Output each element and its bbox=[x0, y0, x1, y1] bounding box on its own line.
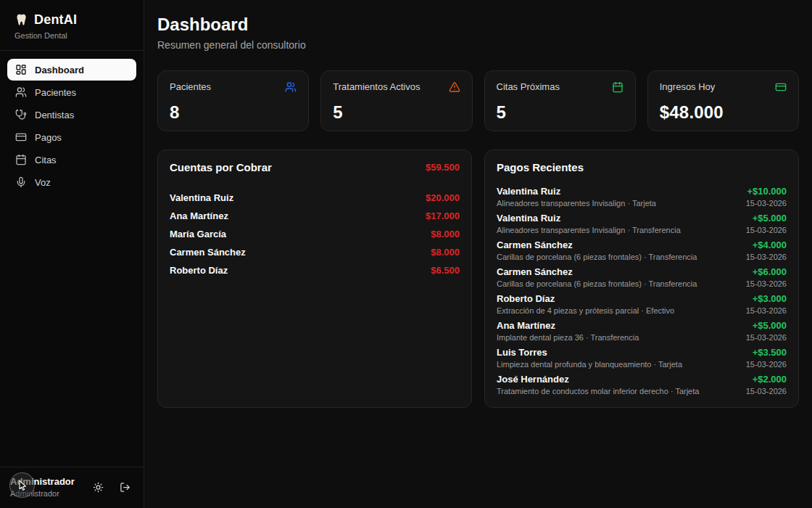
page-subtitle: Resumen general del consultorio bbox=[157, 39, 799, 51]
receivable-row[interactable]: Ana Martínez $17.000 bbox=[168, 207, 461, 225]
payment-row[interactable]: Carmen Sánchez Carillas de porcelana (6 … bbox=[495, 266, 788, 293]
payment-meta: +$5.000 15-03-2026 bbox=[746, 320, 787, 342]
calendar-icon bbox=[612, 81, 624, 93]
credit-card-icon bbox=[15, 131, 27, 143]
patient-name: José Hernández bbox=[497, 374, 699, 385]
patient-name: Carmen Sánchez bbox=[497, 266, 697, 277]
patient-name: Carmen Sánchez bbox=[170, 247, 246, 258]
payment-date: 15-03-2026 bbox=[746, 387, 787, 396]
patient-name: Luis Torres bbox=[497, 347, 682, 358]
payment-row[interactable]: Valentina Ruiz Alineadores transparentes… bbox=[495, 213, 788, 239]
alert-triangle-icon bbox=[449, 81, 460, 93]
payment-meta: +$4.000 15-03-2026 bbox=[746, 239, 787, 261]
logo-block: DentAI Gestion Dental bbox=[0, 0, 144, 51]
payment-meta: +$6.000 15-03-2026 bbox=[746, 266, 787, 288]
patient-name: Valentina Ruiz bbox=[497, 213, 681, 224]
theme-toggle-button[interactable] bbox=[90, 479, 107, 496]
payment-row[interactable]: Luis Torres Limpieza dental profunda y b… bbox=[495, 347, 788, 374]
logout-button[interactable] bbox=[117, 479, 133, 496]
payment-description: Carillas de porcelana (6 piezas frontale… bbox=[497, 279, 697, 288]
calendar-icon bbox=[15, 154, 27, 165]
logout-icon bbox=[120, 482, 130, 493]
sidebar-item-label: Citas bbox=[35, 155, 57, 165]
payment-amount: +$3.000 bbox=[746, 293, 787, 304]
payment-amount: +$6.000 bbox=[746, 266, 787, 277]
payment-description: Tratamiento de conductos molar inferior … bbox=[497, 387, 699, 396]
payments-title: Pagos Recientes bbox=[497, 161, 584, 173]
payment-info: Luis Torres Limpieza dental profunda y b… bbox=[497, 347, 682, 369]
payment-date: 15-03-2026 bbox=[746, 253, 787, 261]
owed-amount: $8.000 bbox=[431, 229, 460, 239]
stat-value: $48.000 bbox=[660, 102, 787, 123]
payment-amount: +$5.000 bbox=[746, 213, 787, 224]
sidebar-item-pagos[interactable]: Pagos bbox=[7, 126, 136, 148]
stat-label: Ingresos Hoy bbox=[660, 81, 716, 92]
receivable-row[interactable]: Valentina Ruiz $20.000 bbox=[168, 189, 461, 207]
patient-name: Roberto Díaz bbox=[170, 265, 228, 276]
payment-amount: +$10.000 bbox=[746, 186, 787, 197]
stat-card-tratamientos: Tratamientos Activos 5 bbox=[320, 70, 472, 131]
payment-row[interactable]: Valentina Ruiz Alineadores transparentes… bbox=[495, 186, 788, 213]
sidebar: DentAI Gestion Dental Dashboard Paciente… bbox=[0, 0, 144, 508]
stat-card-pacientes: Pacientes 8 bbox=[157, 70, 309, 131]
stat-card-ingresos: Ingresos Hoy $48.000 bbox=[647, 70, 799, 131]
stat-value: 8 bbox=[170, 102, 297, 123]
stat-cards: Pacientes 8 Tratamientos Activos 5 Citas… bbox=[157, 70, 799, 131]
users-icon bbox=[15, 86, 27, 98]
sidebar-footer: Administrador Administrador bbox=[0, 467, 144, 508]
payment-row[interactable]: Roberto Díaz Extracción de 4 piezas y pr… bbox=[495, 293, 788, 320]
users-icon bbox=[285, 81, 297, 93]
payment-row[interactable]: José Hernández Tratamiento de conductos … bbox=[495, 374, 788, 401]
patient-name: Carmen Sánchez bbox=[497, 239, 697, 250]
receivable-row[interactable]: Carmen Sánchez $8.000 bbox=[168, 243, 461, 261]
patient-name: Roberto Díaz bbox=[497, 293, 674, 304]
owed-amount: $17.000 bbox=[426, 210, 460, 221]
main-content: Dashboard Resumen general del consultori… bbox=[144, 0, 812, 422]
stat-label: Tratamientos Activos bbox=[333, 81, 420, 92]
app-subtitle: Gestion Dental bbox=[14, 31, 129, 40]
payment-description: Implante dental pieza 36 · Transferencia bbox=[497, 333, 639, 342]
sidebar-nav: Dashboard Pacientes Dentistas Pagos Cita… bbox=[0, 51, 144, 467]
receivable-row[interactable]: Roberto Díaz $6.500 bbox=[168, 261, 461, 279]
patient-name: Ana Martínez bbox=[170, 210, 228, 221]
sidebar-item-dashboard[interactable]: Dashboard bbox=[7, 59, 136, 81]
sidebar-item-voz[interactable]: Voz bbox=[7, 171, 136, 193]
payment-row[interactable]: Ana Martínez Implante dental pieza 36 · … bbox=[495, 320, 788, 347]
payment-description: Alineadores transparentes Invisalign · T… bbox=[497, 199, 656, 208]
stat-label: Pacientes bbox=[170, 81, 211, 92]
payment-info: Carmen Sánchez Carillas de porcelana (6 … bbox=[497, 266, 697, 288]
microphone-icon bbox=[15, 176, 27, 188]
patient-name: María García bbox=[170, 229, 226, 239]
stat-label: Citas Próximas bbox=[497, 81, 560, 92]
sun-icon bbox=[93, 482, 104, 493]
receivables-panel: Cuentas por Cobrar $59.500 Valentina Rui… bbox=[157, 149, 472, 408]
stat-card-citas: Citas Próximas 5 bbox=[484, 70, 636, 131]
payments-list: Valentina Ruiz Alineadores transparentes… bbox=[495, 186, 788, 401]
payment-info: Carmen Sánchez Carillas de porcelana (6 … bbox=[497, 239, 697, 261]
page-title: Dashboard bbox=[157, 15, 799, 35]
payment-description: Extracción de 4 piezas y prótesis parcia… bbox=[497, 306, 674, 315]
payment-date: 15-03-2026 bbox=[746, 226, 787, 234]
payment-description: Limpieza dental profunda y blanqueamient… bbox=[497, 360, 682, 369]
stethoscope-icon bbox=[15, 109, 27, 120]
sidebar-item-label: Dentistas bbox=[35, 110, 74, 120]
sidebar-item-citas[interactable]: Citas bbox=[7, 149, 136, 171]
credit-card-icon bbox=[775, 81, 787, 93]
user-info: Administrador Administrador bbox=[10, 476, 80, 498]
receivable-row[interactable]: María García $8.000 bbox=[168, 225, 461, 243]
stat-value: 5 bbox=[497, 102, 624, 123]
patient-name: Valentina Ruiz bbox=[170, 192, 233, 203]
sidebar-item-label: Pacientes bbox=[35, 87, 76, 98]
sidebar-item-pacientes[interactable]: Pacientes bbox=[7, 81, 136, 103]
payment-info: Roberto Díaz Extracción de 4 piezas y pr… bbox=[497, 293, 674, 315]
sidebar-item-dentistas[interactable]: Dentistas bbox=[7, 104, 136, 126]
payment-row[interactable]: Carmen Sánchez Carillas de porcelana (6 … bbox=[495, 239, 788, 266]
payment-amount: +$3.500 bbox=[746, 347, 787, 358]
patient-name: Valentina Ruiz bbox=[497, 186, 656, 197]
payment-description: Alineadores transparentes Invisalign · T… bbox=[497, 226, 681, 234]
patient-name: Ana Martínez bbox=[497, 320, 639, 331]
sidebar-item-label: Pagos bbox=[35, 132, 62, 143]
payment-info: José Hernández Tratamiento de conductos … bbox=[497, 374, 699, 396]
payment-meta: +$10.000 15-03-2026 bbox=[746, 186, 787, 208]
app-title: DentAI bbox=[34, 12, 77, 28]
